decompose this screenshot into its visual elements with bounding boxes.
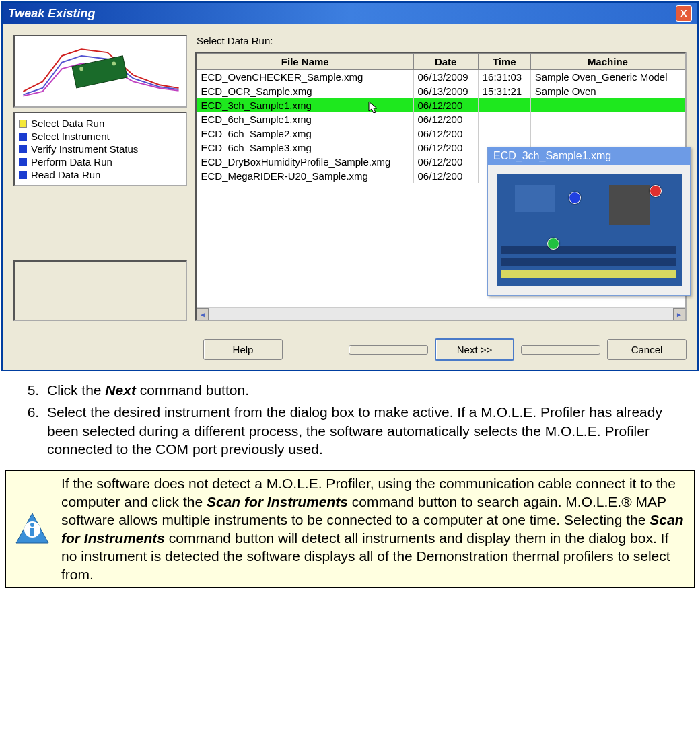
bullet-icon [19,171,27,179]
help-button[interactable]: Help [203,339,283,360]
table-row[interactable]: ECD_6ch_Sample2.xmg06/12/200 [197,126,685,141]
left-column: Select Data Run Select Instrument Verify… [13,35,187,321]
step-label: Read Data Run [31,169,100,180]
scroll-right-icon[interactable]: ► [673,308,685,320]
svg-point-3 [112,62,116,66]
svg-point-12 [30,523,34,527]
cancel-button[interactable]: Cancel [607,339,687,360]
table-row[interactable]: ECD_6ch_Sample1.xmg06/12/200 [197,112,685,126]
button-row: Help Next >> Cancel [3,332,697,370]
svg-rect-6 [501,246,676,254]
finish-button [521,345,600,355]
col-date[interactable]: Date [413,54,478,70]
instruction-step-5: Click the Next command button. [43,381,680,399]
instruction-step-6: Select the desired instrument from the d… [43,403,680,458]
step-verify-instrument-status: Verify Instrument Status [19,143,182,155]
titlebar[interactable]: Tweak Existing X [3,3,697,24]
step-label: Verify Instrument Status [31,143,138,155]
wizard-steps: Select Data Run Select Instrument Verify… [13,112,187,186]
step-perform-data-run: Perform Data Run [19,155,182,168]
pcb-preview-image [488,165,690,295]
next-button[interactable]: Next >> [435,338,514,361]
chart-thumbnail-icon [15,36,186,106]
step-label: Perform Data Run [31,156,112,168]
close-button[interactable]: X [676,5,692,22]
step-select-data-run: Select Data Run [19,117,182,130]
close-icon: X [680,8,687,19]
back-button [349,345,428,355]
scroll-left-icon[interactable]: ◄ [197,308,209,320]
svg-rect-13 [30,528,34,536]
note-text: If the software does not detect a M.O.L.… [61,475,687,583]
info-icon [9,511,56,548]
info-note: If the software does not detect a M.O.L.… [5,470,695,588]
table-row[interactable]: ECD_OvenCHECKER_Sample.xmg06/13/200916:3… [197,70,685,85]
svg-rect-8 [501,270,676,278]
table-row[interactable]: ECD_3ch_Sample1.xmg06/12/200 [197,98,685,112]
col-time[interactable]: Time [478,54,530,70]
bullet-icon [19,120,27,128]
bullet-icon [19,145,27,153]
step-label: Select Instrument [31,131,110,142]
section-label: Select Data Run: [195,35,687,46]
dialog-title: Tweak Existing [8,7,95,21]
svg-rect-9 [609,185,650,225]
col-file-name[interactable]: File Name [197,54,414,70]
tweak-existing-dialog: Tweak Existing X Select Da [1,1,699,371]
sensor-dot-red [650,185,662,197]
step-label: Select Data Run [31,118,104,129]
table-row[interactable]: ECD_OCR_Sample.xmg06/13/200915:31:21Samp… [197,84,685,98]
bullet-icon [19,158,27,166]
preview-tooltip: ECD_3ch_Sample1.xmg [487,147,691,296]
preview-thumbnail [13,35,187,108]
description-box [13,260,187,321]
svg-rect-10 [515,185,555,212]
sensor-dot-green [547,238,559,250]
tooltip-title: ECD_3ch_Sample1.xmg [488,147,690,165]
col-machine[interactable]: Machine [530,54,685,70]
bullet-icon [19,133,27,141]
instruction-text: Click the Next command button. Select th… [0,373,700,466]
sensor-dot-blue [569,192,581,204]
step-read-data-run: Read Data Run [19,168,182,181]
horizontal-scrollbar[interactable]: ◄ ► [197,307,685,320]
step-select-instrument: Select Instrument [19,130,182,143]
svg-rect-7 [501,258,676,266]
svg-point-2 [79,67,83,71]
